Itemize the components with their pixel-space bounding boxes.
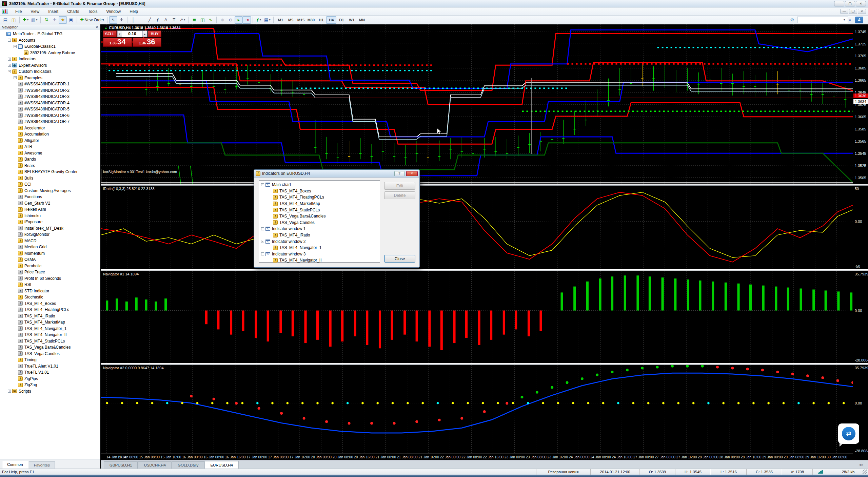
menu-item-insert[interactable]: Insert xyxy=(44,8,63,15)
navigator-tree-item[interactable]: fBELKHAYATE Gravity Center xyxy=(0,169,100,175)
timeframe-H4[interactable]: H4 xyxy=(326,16,336,24)
print-preview-button[interactable]: ◫ xyxy=(9,16,18,24)
vertical-line-button[interactable]: │ xyxy=(129,16,137,24)
text-label-button[interactable]: T xyxy=(170,16,178,24)
navigator-tree-item[interactable]: ♟3592195: Andrey Bobrov xyxy=(0,50,100,56)
indicators-button[interactable]: ƒ▾ xyxy=(255,16,263,24)
lot-increase-button[interactable]: ▲ xyxy=(142,31,147,37)
dialog-tree-item[interactable]: fTAS_MT4_MarketMap xyxy=(260,201,380,207)
text-button[interactable]: A xyxy=(162,16,170,24)
navigator-tree-item[interactable]: fTiming xyxy=(0,357,100,363)
navigator-tree-item[interactable]: fkorSigMonitor xyxy=(0,231,100,238)
menu-item-view[interactable]: View xyxy=(26,8,44,15)
dialog-close-icon[interactable]: ✕ xyxy=(406,171,418,176)
navigator-close-icon[interactable]: ✕ xyxy=(96,25,98,29)
bar-chart-button[interactable]: ≣ xyxy=(190,16,198,24)
tree-expand-icon[interactable]: + xyxy=(8,64,11,67)
community-button[interactable]: 4 xyxy=(855,17,863,23)
navigator-tree-item[interactable]: fIchimoku xyxy=(0,213,100,219)
navigator-header[interactable]: Navigator ✕ xyxy=(0,24,100,30)
navigator-tree-item[interactable]: f#WSS943!INDICATOR-3 xyxy=(0,94,100,100)
navigator-tree-item[interactable]: fATR xyxy=(0,144,100,150)
navigator-tree-item[interactable]: +⌘Scripts xyxy=(0,388,100,395)
navigator-tree-item[interactable]: fTAS_MT4_FloatingPCLs xyxy=(0,307,100,313)
tree-expand-icon[interactable]: − xyxy=(261,240,264,243)
search-input[interactable] xyxy=(797,17,848,23)
navigator-tree-item[interactable]: fMedian Grid xyxy=(0,244,100,250)
navigator-tree-item[interactable]: fAccelerator xyxy=(0,125,100,131)
mdi-restore-button[interactable]: ❐ xyxy=(849,9,857,14)
navigator1-plot[interactable]: Navigator #1 14.1894 xyxy=(101,271,853,363)
navigator-tree-item[interactable]: −▤EGlobal-Classic1 xyxy=(0,43,100,50)
navigator-tree-item[interactable]: fProfit In 60 Seconds xyxy=(0,275,100,282)
navigator-tree-item[interactable]: fInstaForex_MT_Desk xyxy=(0,225,100,232)
dialog-tree-item[interactable]: −Indicator window 1 xyxy=(260,226,380,232)
mdi-minimize-button[interactable]: — xyxy=(840,9,848,14)
navigator-tree-item[interactable]: fCCI xyxy=(0,181,100,188)
navigator-tree-item[interactable]: fBands xyxy=(0,156,100,163)
navigator-tree-item[interactable]: fRSI xyxy=(0,282,100,288)
settings-button[interactable]: ⚙ xyxy=(788,16,796,24)
iratio-plot[interactable]: iRatio(10,3,3) 25.8216 22.3133 xyxy=(101,186,853,269)
navigator-tree-item[interactable]: fTAS_MT4_MarketMap xyxy=(0,319,100,326)
navigator-tree-item[interactable]: fMACD xyxy=(0,238,100,244)
title-bar[interactable]: 3592195: MetaTrader - E-Global Trade & F… xyxy=(0,0,868,7)
tab-scroll-buttons[interactable]: ◂ ▸ xyxy=(859,463,863,466)
menu-item-window[interactable]: Window xyxy=(102,8,125,15)
timeframe-M5[interactable]: M5 xyxy=(285,16,296,24)
timeframe-D1[interactable]: D1 xyxy=(336,16,347,24)
taskbar-sliver[interactable] xyxy=(0,475,868,477)
chart-tab-eurusd-h4[interactable]: EURUSD,H4 xyxy=(204,461,238,469)
navigator-tree-item[interactable]: fParabolic xyxy=(0,263,100,269)
navigator-tree-item[interactable]: fTAS_MT4_Navigator_1 xyxy=(0,326,100,332)
navigator-tree-item[interactable]: fTAS_MT4_Navigator_II xyxy=(0,332,100,338)
dialog-title-bar[interactable]: f Indicators on EURUSD,H4 ? ✕ xyxy=(254,170,419,178)
navigator-tree-item[interactable]: MMetaTrader - E-Global TFG xyxy=(0,31,100,37)
main-price-axis[interactable]: 1.37451.37251.37051.36851.36651.36451.36… xyxy=(853,24,868,184)
navigator-tree-item[interactable]: fZigPips xyxy=(0,376,100,382)
lot-size-stepper[interactable]: ▼ 0.10 ▲ xyxy=(117,30,147,37)
zoom-out-button[interactable]: ⊖ xyxy=(226,16,235,24)
timeframe-H1[interactable]: H1 xyxy=(316,16,326,24)
dialog-tree-item[interactable]: fTAS_MT4_iRatio xyxy=(260,232,380,239)
cursor-button[interactable]: ↖ xyxy=(109,16,117,24)
chart-tab-gbpusd-h1[interactable]: GBPUSD,H1 xyxy=(104,461,138,469)
buy-button[interactable]: BUY xyxy=(148,30,161,37)
arrows-button[interactable]: ↗▾ xyxy=(178,16,186,24)
terminal-button[interactable]: ▣ xyxy=(67,16,75,24)
navigator-tree-item[interactable]: fTAS_Vega Bars&Candles xyxy=(0,344,100,351)
iratio-axis[interactable]: 500.00-50 xyxy=(853,186,868,269)
navigator-tree-item[interactable]: fiExposure xyxy=(0,219,100,225)
dialog-tree-item[interactable]: fTAS_MT4_StaticPCLs xyxy=(260,207,380,213)
navigator-tree-item[interactable]: fTrueTL Alert V1.01 xyxy=(0,363,100,370)
navigator-tree-item[interactable]: +fExamples xyxy=(0,75,100,81)
timeframe-M15[interactable]: M15 xyxy=(296,16,306,24)
navigator-tree-item[interactable]: fHeiken Ashi xyxy=(0,206,100,213)
edit-button[interactable]: Edit xyxy=(384,182,415,190)
navigator-button[interactable]: ★ xyxy=(59,16,67,24)
tree-expand-icon[interactable]: + xyxy=(8,58,11,61)
dialog-indicator-list[interactable]: −Main chartfTAS_MT4_BoxesfTAS_MT4_Floati… xyxy=(259,180,380,263)
navigator-tree-item[interactable]: −♟Accounts xyxy=(0,37,100,44)
tree-expand-icon[interactable]: + xyxy=(14,76,17,79)
teamviewer-popup[interactable]: ⇄ xyxy=(838,423,859,447)
navigator-tree-item[interactable]: fGen_Starb V2 xyxy=(0,200,100,207)
templates-button[interactable]: ▦▾ xyxy=(263,16,272,24)
navigator-tree-item[interactable]: fZigZag xyxy=(0,382,100,388)
navigator-tree-item[interactable]: fTrueTL V1.01 xyxy=(0,369,100,376)
navigator-tree-item[interactable]: fPrice Trace xyxy=(0,269,100,275)
navigator-tree-item[interactable]: fTAS_Vega Candles xyxy=(0,351,100,357)
dialog-tree-item[interactable]: −Main chart xyxy=(260,182,380,188)
navigator-tree-item[interactable]: fCustom Moving Averages xyxy=(0,188,100,194)
minimize-button[interactable]: — xyxy=(834,1,844,6)
navigator-tree-item[interactable]: fTAS_MT4_iRatio xyxy=(0,313,100,319)
dialog-tree-item[interactable]: fTAS_MT4_Navigator_II xyxy=(260,257,380,264)
time-axis[interactable]: 14 Jan 201415 Jan 00:0015 Jan 08:0015 Ja… xyxy=(101,454,868,460)
dialog-tree-item[interactable]: fTAS_MT4_FloatingPCLs xyxy=(260,194,380,201)
navigator-tree-item[interactable]: f#WSS943!INDICATOR-4 xyxy=(0,100,100,106)
navigator2-plot[interactable]: Navigator #2 0.0000 9.8647 14.1894 xyxy=(101,365,853,454)
navigator-tree-item[interactable]: fBulls xyxy=(0,175,100,182)
navigator-tree-item[interactable]: f#WSS943!INDICATOR-6 xyxy=(0,112,100,119)
navigator-tree-item[interactable]: +◉Expert Advisors xyxy=(0,62,100,69)
navigator-tree-item[interactable]: fAlligator xyxy=(0,138,100,144)
